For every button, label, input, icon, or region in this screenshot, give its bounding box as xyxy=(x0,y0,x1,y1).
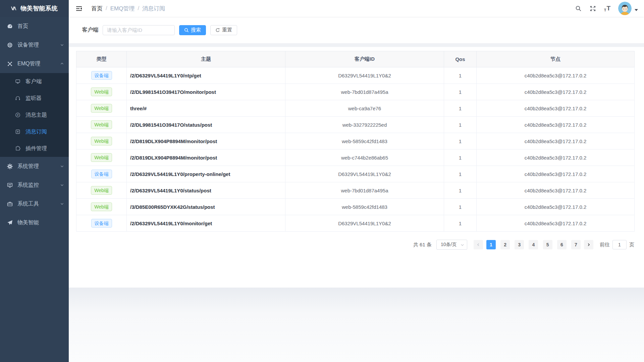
node-cell: c40b2d8ea5c3@172.17.0.2 xyxy=(477,166,635,182)
page-button[interactable]: 4 xyxy=(529,240,538,249)
table-row: 设备端 /2/D6329VL54419L1Y0/ntp/get D6329VL5… xyxy=(76,67,635,84)
sidebar-item-devices[interactable]: 设备管理 xyxy=(0,36,69,54)
next-page-button[interactable] xyxy=(584,240,593,249)
prev-page-button[interactable] xyxy=(474,240,483,249)
qos-cell: 1 xyxy=(444,199,477,215)
type-badge: 设备端 xyxy=(91,170,112,178)
caret-down-icon xyxy=(635,9,638,11)
sidebar-item-label: 系统监控 xyxy=(17,182,39,189)
search-form: 客户端 搜索 重置 xyxy=(69,17,644,43)
page-button[interactable]: 6 xyxy=(557,240,567,249)
paper-plane-icon xyxy=(7,220,13,226)
table-card: 类型 主题 客户端ID Qos 节点 设备端 /2/D6329VL54419L1… xyxy=(69,47,644,288)
search-button[interactable]: 搜索 xyxy=(179,25,206,35)
reset-button[interactable]: 重置 xyxy=(210,25,237,35)
chevron-down-icon xyxy=(60,183,64,187)
sidebar-menu: 首页 设备管理 EMQ管理 客户端 xyxy=(0,17,69,362)
type-badge: Web端 xyxy=(91,137,112,145)
qos-cell: 1 xyxy=(444,166,477,182)
node-cell: c40b2d8ea5c3@172.17.0.2 xyxy=(477,117,635,133)
sidebar: 物美智能系统 首页 设备管理 EMQ管理 xyxy=(0,0,69,362)
sidebar-item-plugins[interactable]: 插件管理 xyxy=(0,140,69,157)
sidebar-item-label: 监听器 xyxy=(25,95,42,102)
main-area: 首页 / EMQ管理 / 消息订阅 TT xyxy=(69,0,644,362)
column-header-topic: 主题 xyxy=(127,51,285,67)
font-size-icon[interactable]: TT xyxy=(601,3,613,14)
page-size-select[interactable]: 10条/页 xyxy=(436,240,467,250)
topic-cell: /2/D819DLX904P8894M/monitor/post xyxy=(127,133,285,149)
goto-page-input[interactable] xyxy=(612,240,627,249)
subscribe-plus-square-icon xyxy=(15,129,21,134)
toolbox-icon xyxy=(7,201,13,207)
page-button[interactable]: 3 xyxy=(515,240,524,249)
listener-headphones-icon xyxy=(15,96,21,101)
breadcrumb: 首页 / EMQ管理 / 消息订阅 xyxy=(91,5,165,12)
type-badge: Web端 xyxy=(91,202,112,211)
topic-cell: /2/D6329VL54419L1Y0/monitor/get xyxy=(127,215,285,232)
goto-label: 前往 xyxy=(600,242,610,248)
sidebar-item-label: 消息主题 xyxy=(25,112,47,119)
type-badge: 设备端 xyxy=(91,219,112,228)
topic-cell: /2/DL9981541O39417O/status/post xyxy=(127,117,285,133)
search-icon[interactable] xyxy=(572,3,585,14)
page-button[interactable]: 1 xyxy=(486,240,496,249)
page-button[interactable]: 7 xyxy=(571,240,581,249)
sidebar-item-label: EMQ管理 xyxy=(17,60,40,67)
sidebar-collapse-icon[interactable] xyxy=(72,5,86,12)
gear-icon xyxy=(7,164,13,169)
app-logo-icon xyxy=(11,5,17,12)
page-background xyxy=(69,288,644,362)
table-row: 设备端 /2/D6329VL54419L1Y0/monitor/get D632… xyxy=(76,215,635,232)
app-title: 物美智能系统 xyxy=(20,4,58,12)
client-id-input[interactable] xyxy=(103,25,175,35)
fullscreen-icon[interactable] xyxy=(587,3,599,14)
sidebar-item-home[interactable]: 首页 xyxy=(0,17,69,36)
client-id-cell: web-ca9a7e76 xyxy=(285,100,444,117)
topic-cell: /2/D6329VL54419L1Y0/status/post xyxy=(127,182,285,199)
chevron-down-icon xyxy=(60,202,64,206)
sidebar-item-system-mgmt[interactable]: 系统管理 xyxy=(0,157,69,176)
table-row: Web端 /2/D6329VL54419L1Y0/status/post web… xyxy=(76,182,635,199)
client-id-cell: D6329VL54419L1Y0&2 xyxy=(285,166,444,182)
table-row: Web端 /3/D85E00R65DYXK42G/status/post web… xyxy=(76,199,635,215)
avatar xyxy=(618,2,632,15)
sidebar-item-system-tools[interactable]: 系统工具 xyxy=(0,194,69,213)
sidebar-item-wumei-smart[interactable]: 物美智能 xyxy=(0,213,69,232)
user-menu[interactable] xyxy=(618,2,638,15)
client-id-label: 客户端 xyxy=(82,26,98,34)
search-icon xyxy=(184,28,189,33)
card-gap xyxy=(69,43,644,47)
sidebar-item-client[interactable]: 客户端 xyxy=(0,73,69,90)
type-badge: 设备端 xyxy=(91,71,112,80)
node-cell: c40b2d8ea5c3@172.17.0.2 xyxy=(477,149,635,166)
type-badge: Web端 xyxy=(91,153,112,162)
node-cell: c40b2d8ea5c3@172.17.0.2 xyxy=(477,215,635,232)
app-logo[interactable]: 物美智能系统 xyxy=(0,0,69,17)
monitor-chart-icon xyxy=(7,182,13,188)
node-cell: c40b2d8ea5c3@172.17.0.2 xyxy=(477,133,635,149)
breadcrumb-emq: EMQ管理 xyxy=(110,5,135,12)
qos-cell: 1 xyxy=(444,84,477,100)
topic-cell: /2/D6329VL54419L1Y0/ntp/get xyxy=(127,67,285,84)
pager-pages: 1 2 3 4 5 6 7 xyxy=(485,240,582,249)
topic-hash-icon: # xyxy=(15,112,21,118)
client-id-cell: web-7bd01d87a495a xyxy=(285,84,444,100)
sidebar-item-emq[interactable]: EMQ管理 xyxy=(0,54,69,73)
devices-globe-icon xyxy=(7,42,13,48)
sidebar-item-topic[interactable]: # 消息主题 xyxy=(0,107,69,123)
sidebar-item-subscribe[interactable]: 消息订阅 xyxy=(0,123,69,140)
table-row: Web端 /2/D819DLX904P8894M/monitor/post we… xyxy=(76,149,635,166)
sidebar-item-label: 插件管理 xyxy=(25,145,47,152)
emq-exchange-icon xyxy=(7,61,13,67)
sidebar-item-listener[interactable]: 监听器 xyxy=(0,90,69,107)
qos-cell: 1 xyxy=(444,67,477,84)
page-button[interactable]: 5 xyxy=(543,240,552,249)
qos-cell: 1 xyxy=(444,182,477,199)
page-button[interactable]: 2 xyxy=(500,240,510,249)
sidebar-item-system-monitor[interactable]: 系统监控 xyxy=(0,176,69,194)
type-badge: Web端 xyxy=(91,87,112,96)
breadcrumb-home[interactable]: 首页 xyxy=(91,5,103,12)
column-header-node: 节点 xyxy=(477,51,635,67)
topic-cell: /2/D6329VL54419L1Y0/property-online/get xyxy=(127,166,285,182)
breadcrumb-separator: / xyxy=(106,5,107,12)
